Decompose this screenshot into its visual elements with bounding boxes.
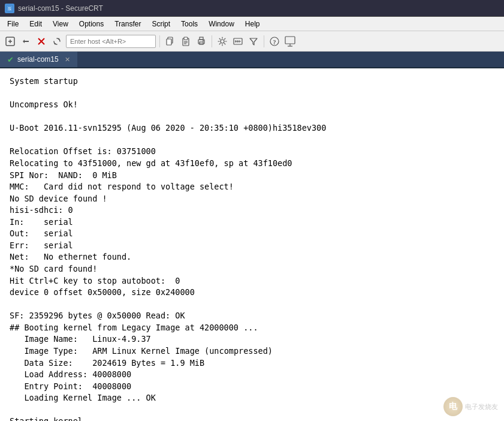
tab-bar: ✔ serial-com15 ✕ (0, 52, 504, 68)
svg-rect-26 (285, 37, 295, 44)
toolbar-sep-3 (264, 35, 264, 47)
toolbar-filter-btn[interactable] (247, 35, 260, 48)
menu-edit[interactable]: Edit (25, 19, 47, 29)
menu-bar: File Edit View Options Transfer Script T… (0, 17, 504, 31)
menu-transfer[interactable]: Transfer (110, 19, 146, 29)
toolbar-sep-2 (212, 35, 212, 47)
toolbar-paste-btn[interactable] (179, 35, 192, 48)
svg-rect-15 (200, 37, 203, 40)
watermark-logo: 电 (443, 397, 463, 416)
watermark-text: 电子发烧友 (465, 402, 498, 411)
menu-help[interactable]: Help (240, 19, 265, 29)
menu-window[interactable]: Window (204, 19, 239, 29)
svg-rect-8 (167, 39, 171, 45)
watermark: 电 电子发烧友 (443, 397, 498, 416)
toolbar-copy-btn[interactable] (164, 35, 177, 48)
svg-rect-16 (200, 42, 203, 44)
toolbar-settings-btn[interactable] (216, 35, 229, 48)
toolbar-new-session-btn[interactable] (4, 35, 17, 48)
svg-point-17 (203, 40, 204, 41)
toolbar-globe-btn[interactable] (283, 35, 297, 48)
svg-text:?: ? (273, 38, 276, 45)
svg-text:S: S (8, 6, 11, 11)
menu-file[interactable]: File (2, 19, 23, 29)
toolbar: ? (0, 31, 504, 52)
terminal-area[interactable]: System startup Uncompress Ok! U-Boot 201… (0, 68, 504, 421)
tab-serial-com15[interactable]: ✔ serial-com15 ✕ (0, 52, 78, 67)
toolbar-sep-1 (159, 35, 160, 47)
app-icon: S (5, 4, 14, 13)
window-title: serial-com15 - SecureCRT (18, 4, 103, 13)
svg-point-18 (221, 40, 224, 43)
menu-tools[interactable]: Tools (176, 19, 203, 29)
title-bar: S serial-com15 - SecureCRT (0, 0, 504, 17)
toolbar-help-btn[interactable]: ? (268, 35, 281, 48)
host-input[interactable] (66, 35, 156, 48)
toolbar-reconnect-btn[interactable] (50, 35, 64, 48)
terminal-output: System startup Uncompress Ok! U-Boot 201… (10, 76, 494, 421)
menu-options[interactable]: Options (74, 19, 108, 29)
toolbar-map-btn[interactable] (231, 35, 245, 48)
toolbar-connect-btn[interactable] (19, 35, 32, 48)
tab-check-icon: ✔ (7, 55, 14, 64)
svg-rect-10 (184, 37, 188, 40)
toolbar-print-btn[interactable] (195, 35, 208, 48)
menu-script[interactable]: Script (147, 19, 175, 29)
tab-label: serial-com15 (17, 55, 59, 64)
tab-close-icon[interactable]: ✕ (65, 56, 70, 64)
toolbar-disconnect-btn[interactable] (35, 35, 48, 48)
menu-view[interactable]: View (48, 19, 73, 29)
